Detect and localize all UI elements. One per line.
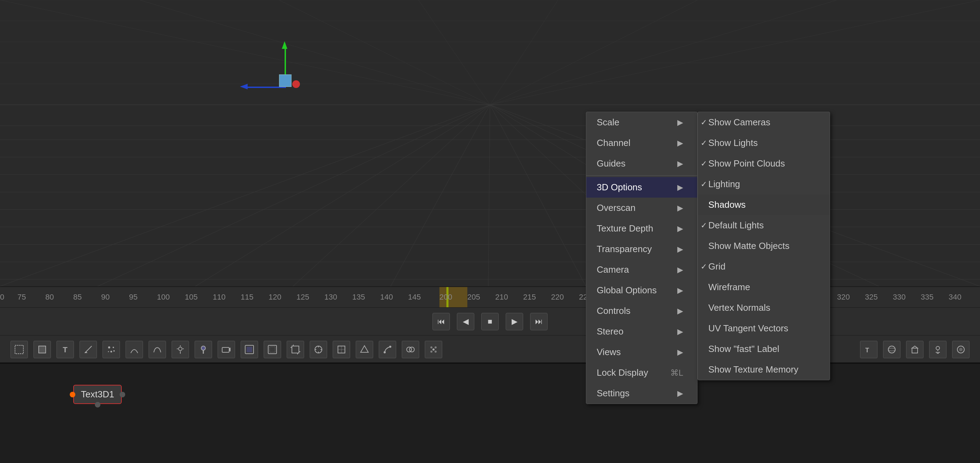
text3d-icon[interactable]: T [860,341,877,358]
menu-arrow-controls: ▶ [677,307,683,316]
menu-item-channel[interactable]: Channel ▶ [586,133,697,153]
check-lighting: ✓ [701,180,707,189]
3d-viewport[interactable] [0,0,980,286]
step-back-button[interactable]: ◀ [457,313,474,330]
menu-item-3d-options-label: 3D Options [597,182,642,193]
submenu-default-lights[interactable]: ✓ Default Lights [698,215,830,236]
ruler-mark-200: 200 [439,292,452,302]
camera-tool-button[interactable] [218,341,235,358]
check-default-lights: ✓ [701,221,707,230]
sky-icon[interactable] [952,341,969,358]
submenu-uv-tangent-vectors[interactable]: ✓ UV Tangent Vectors [698,318,830,339]
ruler-mark-120: 120 [269,292,282,302]
submenu-vertex-normals-label: Vertex Normals [708,302,770,313]
menu-item-overscan[interactable]: Overscan ▶ [586,198,697,218]
menu-item-3d-options[interactable]: 3D Options ▶ [586,177,697,198]
submenu-show-lights-label: Show Lights [708,137,758,148]
track-tool-button[interactable] [310,341,327,358]
submenu-show-matte-objects[interactable]: ✓ Show Matte Objects [698,236,830,256]
menu-item-guides[interactable]: Guides ▶ [586,153,697,174]
menu-item-lock-display-label: Lock Display [597,367,648,378]
ruler-mark-135: 135 [352,292,365,302]
submenu-show-fast-label[interactable]: ✓ Show "fast" Label [698,339,830,359]
text3d1-node[interactable]: Text3D1 [73,385,122,404]
cube3d-icon[interactable] [906,341,923,358]
svg-point-68 [389,346,391,348]
menu-item-stereo-label: Stereo [597,326,624,337]
submenu-vertex-normals[interactable]: ✓ Vertex Normals [698,297,830,318]
select-tool-button[interactable] [11,341,28,358]
mask-tool-button[interactable] [264,341,281,358]
menu-item-global-options[interactable]: Global Options ▶ [586,280,697,301]
submenu-lighting[interactable]: ✓ Lighting [698,174,830,195]
menu-item-scale[interactable]: Scale ▶ [586,112,697,133]
submenu-show-point-clouds[interactable]: ✓ Show Point Clouds [698,153,830,174]
submenu-show-cameras[interactable]: ✓ Show Cameras [698,112,830,133]
menu-item-texture-depth-label: Texture Depth [597,223,653,234]
svg-line-12 [195,105,490,286]
transform-tool-button[interactable] [33,341,51,358]
submenu-grid[interactable]: ✓ Grid [698,256,830,277]
svg-text:T: T [865,347,869,354]
ruler-mark-75: 75 [18,292,26,302]
play-button[interactable]: ▶ [506,313,523,330]
menu-item-controls[interactable]: Controls ▶ [586,301,697,321]
menu-item-camera[interactable]: Camera ▶ [586,259,697,280]
text-tool-button[interactable]: T [57,341,74,358]
skip-back-button[interactable]: ⏮ [433,313,450,330]
submenu-wireframe-label: Wireframe [708,282,750,292]
merge-tool-button[interactable] [402,341,419,358]
stop-button[interactable]: ■ [481,313,499,330]
svg-line-26 [490,0,697,105]
ruler-mark-220: 220 [551,292,564,302]
submenu-shadows[interactable]: ✓ Shadows [698,195,830,215]
menu-item-guides-label: Guides [597,158,625,169]
node-input-connector[interactable] [70,392,75,398]
svg-rect-56 [270,347,275,352]
sphere3d-icon[interactable] [883,341,900,358]
node-area[interactable]: Text3D1 [0,363,980,463]
ruler-mark-320: 320 [837,292,850,302]
light-tool-button[interactable] [172,341,189,358]
transform2-tool-button[interactable] [333,341,350,358]
particle-tool-button[interactable] [103,341,120,358]
menu-item-lock-display[interactable]: Lock Display ⌘L [586,362,697,383]
submenu-wireframe[interactable]: ✓ Wireframe [698,277,830,297]
grid-tool-button[interactable] [425,341,442,358]
skip-forward-button[interactable]: ⏭ [530,313,547,330]
menu-item-stereo[interactable]: Stereo ▶ [586,321,697,342]
submenu-lighting-label: Lighting [708,179,740,190]
menu-arrow-transparency: ▶ [677,245,683,254]
curve-tool-button[interactable] [126,341,143,358]
svg-text:T: T [63,345,68,354]
bezier-tool-button[interactable] [149,341,166,358]
menu-item-settings[interactable]: Settings ▶ [586,383,697,404]
render-tool-button[interactable] [241,341,258,358]
menu-item-views[interactable]: Views ▶ [586,342,697,362]
node-output-connector[interactable] [119,392,125,398]
submenu-show-cameras-label: Show Cameras [708,117,770,128]
menu-item-transparency[interactable]: Transparency ▶ [586,239,697,259]
submenu-show-texture-memory[interactable]: ✓ Show Texture Memory [698,359,830,380]
paint-tool-button[interactable] [195,341,212,358]
menu-item-texture-depth[interactable]: Texture Depth ▶ [586,218,697,239]
svg-line-22 [140,0,490,105]
light3d-icon[interactable] [929,341,947,358]
submenu-show-lights[interactable]: ✓ Show Lights [698,133,830,153]
draw-tool-button[interactable] [80,341,97,358]
menu-arrow-overscan: ▶ [677,204,683,212]
crop-tool-button[interactable] [287,341,304,358]
check-show-cameras: ✓ [701,118,707,127]
menu-arrow-views: ▶ [677,348,683,357]
ruler-mark-95: 95 [129,292,137,302]
menu-arrow-camera: ▶ [677,265,683,275]
pen-tool-button[interactable] [379,341,396,358]
menu-item-transparency-label: Transparency [597,244,652,255]
menu-arrow-channel: ▶ [677,139,683,148]
shape-tool-button[interactable] [356,341,373,358]
svg-point-67 [383,351,386,353]
playback-controls: ⏮ ◀ ■ ▶ ⏭ [0,307,980,335]
node-bottom-connector[interactable] [95,402,100,407]
svg-point-44 [113,350,115,351]
menu-shortcut-lock-display: ⌘L [670,368,683,378]
